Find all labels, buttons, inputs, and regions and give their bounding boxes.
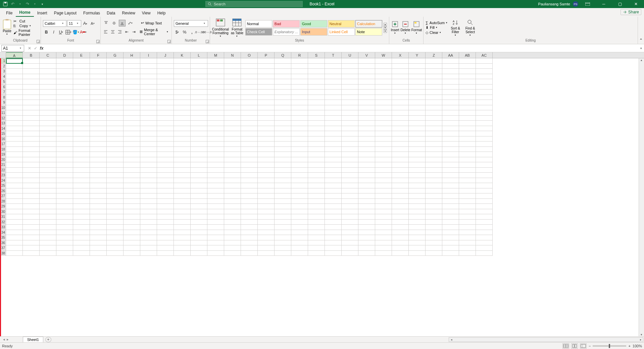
cell[interactable] — [291, 131, 308, 136]
cell[interactable] — [56, 245, 73, 251]
cell[interactable] — [123, 188, 140, 194]
cell[interactable] — [207, 183, 224, 188]
decrease-decimal-button[interactable]: .00→.0 — [203, 29, 210, 36]
cell[interactable] — [291, 214, 308, 220]
cell[interactable] — [291, 204, 308, 209]
cell[interactable] — [73, 225, 90, 230]
fill-color-button[interactable]: 🪣▾ — [72, 29, 79, 36]
cell[interactable] — [426, 168, 442, 173]
cell[interactable] — [375, 162, 392, 168]
cell[interactable] — [56, 235, 73, 240]
cell[interactable] — [224, 183, 241, 188]
cell[interactable] — [291, 199, 308, 204]
cell[interactable] — [107, 131, 123, 136]
cell[interactable] — [174, 147, 191, 152]
cell[interactable] — [275, 188, 291, 194]
style-explanatory[interactable]: Explanatory ... — [273, 28, 300, 36]
cell[interactable] — [157, 173, 174, 178]
cell[interactable] — [258, 183, 275, 188]
cell[interactable] — [123, 162, 140, 168]
decrease-font-button[interactable]: A▾ — [89, 20, 96, 27]
column-header[interactable]: Q — [275, 52, 291, 58]
cell[interactable] — [375, 214, 392, 220]
cell[interactable] — [56, 58, 73, 64]
cell[interactable] — [258, 193, 275, 199]
cell[interactable] — [325, 235, 342, 240]
cell[interactable] — [123, 209, 140, 215]
cell[interactable] — [207, 214, 224, 220]
cell[interactable] — [207, 240, 224, 246]
cell[interactable] — [73, 157, 90, 163]
cell[interactable] — [375, 209, 392, 215]
cell[interactable] — [358, 235, 375, 240]
cell[interactable] — [224, 110, 241, 116]
cell[interactable] — [107, 162, 123, 168]
cell[interactable] — [90, 126, 107, 131]
cell[interactable] — [342, 199, 358, 204]
cell[interactable] — [358, 157, 375, 163]
cell[interactable] — [23, 204, 40, 209]
cell[interactable] — [308, 225, 325, 230]
more-icon[interactable]: ▾ — [384, 30, 387, 33]
cell[interactable] — [157, 58, 174, 64]
cell[interactable] — [157, 183, 174, 188]
cell[interactable] — [174, 214, 191, 220]
cell[interactable] — [191, 58, 207, 64]
cell[interactable] — [6, 131, 23, 136]
cell[interactable] — [291, 251, 308, 256]
cell[interactable] — [191, 121, 207, 126]
user-avatar[interactable]: PS — [573, 1, 578, 7]
cell[interactable] — [291, 126, 308, 131]
cell[interactable] — [426, 173, 442, 178]
cell[interactable] — [6, 79, 23, 84]
cell[interactable] — [291, 230, 308, 235]
cell[interactable] — [291, 95, 308, 100]
cell[interactable] — [107, 95, 123, 100]
cell[interactable] — [140, 110, 157, 116]
cell[interactable] — [275, 251, 291, 256]
username-label[interactable]: Pauliansang Samte — [538, 2, 570, 6]
grid-rows[interactable]: 1234567891011121314151617181920212223242… — [0, 58, 644, 336]
cell[interactable] — [107, 147, 123, 152]
cell[interactable] — [342, 131, 358, 136]
cell[interactable] — [275, 178, 291, 183]
cell[interactable] — [6, 188, 23, 194]
cell[interactable] — [123, 100, 140, 105]
align-bottom-button[interactable] — [119, 20, 126, 26]
cell[interactable] — [23, 183, 40, 188]
cell[interactable] — [73, 105, 90, 111]
cell[interactable] — [426, 95, 442, 100]
cell[interactable] — [442, 131, 459, 136]
cell[interactable] — [275, 235, 291, 240]
cell[interactable] — [358, 240, 375, 246]
cell[interactable] — [224, 220, 241, 225]
cell[interactable] — [308, 100, 325, 105]
cell[interactable] — [6, 183, 23, 188]
minimize-button[interactable]: ─ — [597, 0, 610, 8]
cell[interactable] — [73, 220, 90, 225]
cell[interactable] — [442, 168, 459, 173]
cell[interactable] — [107, 235, 123, 240]
cell[interactable] — [107, 168, 123, 173]
cell[interactable] — [241, 74, 258, 79]
font-size-combo[interactable]: 11▾ — [67, 20, 81, 27]
cell[interactable] — [224, 121, 241, 126]
cell[interactable] — [191, 126, 207, 131]
cell[interactable] — [392, 58, 409, 64]
cell[interactable] — [476, 64, 493, 69]
cell[interactable] — [6, 251, 23, 256]
cell[interactable] — [476, 74, 493, 79]
cell[interactable] — [342, 58, 358, 64]
cell[interactable] — [157, 141, 174, 147]
cell[interactable] — [342, 173, 358, 178]
cell[interactable] — [342, 168, 358, 173]
cell[interactable] — [90, 188, 107, 194]
cell[interactable] — [207, 131, 224, 136]
cell[interactable] — [207, 225, 224, 230]
cell[interactable] — [275, 220, 291, 225]
cell[interactable] — [40, 74, 56, 79]
cell[interactable] — [291, 152, 308, 157]
cell[interactable] — [241, 225, 258, 230]
cell[interactable] — [375, 121, 392, 126]
cell[interactable] — [426, 251, 442, 256]
